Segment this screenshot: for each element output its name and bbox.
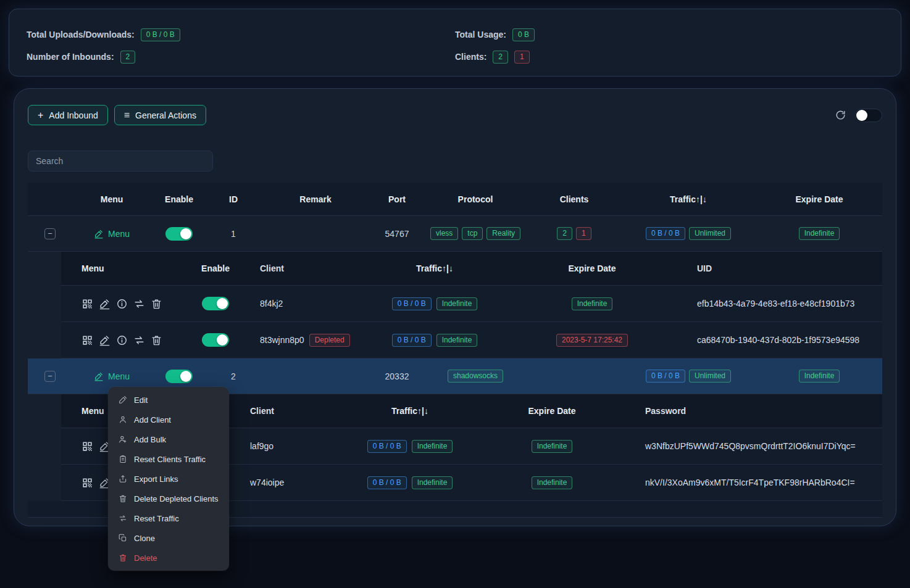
toggle-knob xyxy=(217,334,228,346)
stat-total-uploads-downloads: Total Uploads/Downloads: 0 B / 0 B xyxy=(27,27,455,43)
inbound-1-clients-subtable: Menu Enable Client Traffic↑|↓ Expire Dat… xyxy=(28,252,882,358)
traffic-limit-badge: Unlimited xyxy=(689,370,731,383)
client-expire: Indefinite xyxy=(512,286,672,321)
inbound-2-clients xyxy=(528,358,620,394)
general-actions-button[interactable]: ≡ General Actions xyxy=(114,105,206,125)
context-menu-item-clone[interactable]: Clone xyxy=(108,528,229,548)
edit-icon xyxy=(119,395,127,404)
inbound-1-protocols: vless tcp Reality xyxy=(423,216,528,251)
inbound-context-menu: Edit Add Client Add Bulk Reset Clients T… xyxy=(108,387,229,571)
qrcode-icon[interactable] xyxy=(81,298,93,310)
expire-badge: Indefinite xyxy=(799,370,840,383)
traffic-badge: 0 B / 0 B xyxy=(646,227,685,240)
protocol-badge: Reality xyxy=(486,227,520,240)
client-traffic: 0 B / 0 B Indefinite xyxy=(339,428,481,464)
client-name: w74ioipe xyxy=(240,465,339,500)
toggle-knob xyxy=(217,298,228,309)
col-traffic-sort[interactable]: Traffic↑|↓ xyxy=(339,394,481,428)
expire-badge: Indefinite xyxy=(572,297,613,310)
client-enable-toggle[interactable] xyxy=(202,333,229,347)
col-traffic-sort[interactable]: Traffic↑|↓ xyxy=(620,183,756,215)
inbound-2-enable-toggle[interactable] xyxy=(165,370,193,383)
reset-traffic-icon[interactable] xyxy=(133,334,145,346)
qrcode-icon[interactable] xyxy=(81,334,93,346)
stats-card: Total Uploads/Downloads: 0 B / 0 B Total… xyxy=(9,9,901,77)
client-enable-toggle[interactable] xyxy=(202,297,229,310)
info-icon[interactable] xyxy=(116,298,128,310)
qrcode-icon[interactable] xyxy=(81,441,93,452)
context-menu-label: Export Links xyxy=(134,474,178,484)
search-input[interactable] xyxy=(28,151,213,172)
collapse-inbound-2-button[interactable]: − xyxy=(44,371,56,382)
context-menu-label: Delete xyxy=(134,553,157,563)
toggle-knob xyxy=(856,110,867,121)
edit-client-icon[interactable] xyxy=(99,298,111,310)
context-menu-label: Edit xyxy=(134,395,148,405)
context-menu-item-add-bulk[interactable]: Add Bulk xyxy=(108,429,229,449)
client-uid: ca68470b-1940-437d-802b-1f9573e94598 xyxy=(672,322,882,358)
context-menu-label: Add Client xyxy=(134,415,171,424)
col-client: Client xyxy=(240,394,339,428)
reset-traffic-icon[interactable] xyxy=(133,298,145,310)
inbound-1-remark xyxy=(260,216,371,251)
edit-pencil-icon xyxy=(94,229,104,239)
edit-client-icon[interactable] xyxy=(99,334,111,346)
add-inbound-button[interactable]: + Add Inbound xyxy=(28,105,108,125)
delete-client-icon[interactable] xyxy=(151,334,162,346)
refresh-icon[interactable] xyxy=(835,109,846,121)
inbounds-header-row: Menu Enable ID Remark Port Protocol Clie… xyxy=(28,183,882,216)
edit-pencil-icon xyxy=(94,371,104,381)
client-name-cell: 8t3wjnn8p0 Depleted xyxy=(246,322,357,358)
col-port: Port xyxy=(371,183,423,215)
client-expire: Indefinite xyxy=(481,428,623,464)
client-actions xyxy=(61,286,185,321)
export-icon xyxy=(119,474,127,483)
inbound-1-menu-button[interactable]: Menu xyxy=(94,229,130,239)
info-icon[interactable] xyxy=(116,334,128,346)
stat-uploads-label: Total Uploads/Downloads: xyxy=(27,30,135,39)
context-menu-item-reset-clients-traffic[interactable]: Reset Clients Traffic xyxy=(108,449,229,469)
traffic-limit-badge: Indefinite xyxy=(436,297,478,310)
list-lines-icon: ≡ xyxy=(124,110,130,120)
toggle-knob xyxy=(180,228,191,239)
traffic-badge: 0 B / 0 B xyxy=(367,476,407,489)
expire-badge: Indefinite xyxy=(532,440,573,453)
stats-grid: Total Uploads/Downloads: 0 B / 0 B Total… xyxy=(9,9,901,65)
client-actions xyxy=(61,322,185,358)
traffic-badge: 0 B / 0 B xyxy=(392,334,432,347)
qrcode-icon[interactable] xyxy=(81,477,93,489)
stat-usage-value-badge: 0 B xyxy=(512,28,535,41)
stat-number-of-inbounds: Number of Inbounds: 2 xyxy=(27,49,455,65)
inbound-1-clients: 2 1 xyxy=(528,216,620,251)
stat-inbounds-value-badge: 2 xyxy=(120,51,136,64)
context-menu-item-export-links[interactable]: Export Links xyxy=(108,469,229,489)
context-menu-item-delete[interactable]: Delete xyxy=(108,548,229,568)
col-enable: Enable xyxy=(185,252,246,285)
context-menu-item-add-client[interactable]: Add Client xyxy=(108,410,229,429)
col-menu: Menu xyxy=(72,183,151,215)
clients1-header-row: Menu Enable Client Traffic↑|↓ Expire Dat… xyxy=(61,252,882,286)
protocol-badge: vless xyxy=(430,227,458,240)
traffic-limit-badge: Indefinite xyxy=(436,334,478,347)
collapse-inbound-1-button[interactable]: − xyxy=(44,228,56,239)
col-expire-date: Expire Date xyxy=(481,394,623,428)
col-traffic-sort[interactable]: Traffic↑|↓ xyxy=(357,252,512,285)
expire-badge: Indefinite xyxy=(532,476,573,489)
swap-arrows-icon xyxy=(119,514,127,523)
inbound-1-enable-toggle[interactable] xyxy=(165,227,193,241)
theme-toggle[interactable] xyxy=(855,109,882,122)
inbound-2-menu-label: Menu xyxy=(108,371,130,381)
protocol-badge: shadowsocks xyxy=(448,370,503,383)
client-expire: 2023-5-7 17:25:42 xyxy=(512,322,672,358)
context-menu-item-reset-traffic[interactable]: Reset Traffic xyxy=(108,508,229,528)
stat-clients-active-badge: 2 xyxy=(493,51,508,64)
inbound-2-menu-button[interactable]: Menu xyxy=(94,371,130,381)
context-menu-label: Add Bulk xyxy=(134,435,166,444)
inbound-2-port: 20332 xyxy=(371,358,423,394)
clients-depleted-badge: 1 xyxy=(576,227,591,240)
col-expire-date: Expire Date xyxy=(512,252,672,285)
inbound-2-traffic: 0 B / 0 B Unlimited xyxy=(620,358,756,394)
context-menu-item-edit[interactable]: Edit xyxy=(108,390,229,410)
context-menu-item-delete-depleted-clients[interactable]: Delete Depleted Clients xyxy=(108,489,229,508)
delete-client-icon[interactable] xyxy=(151,298,162,310)
